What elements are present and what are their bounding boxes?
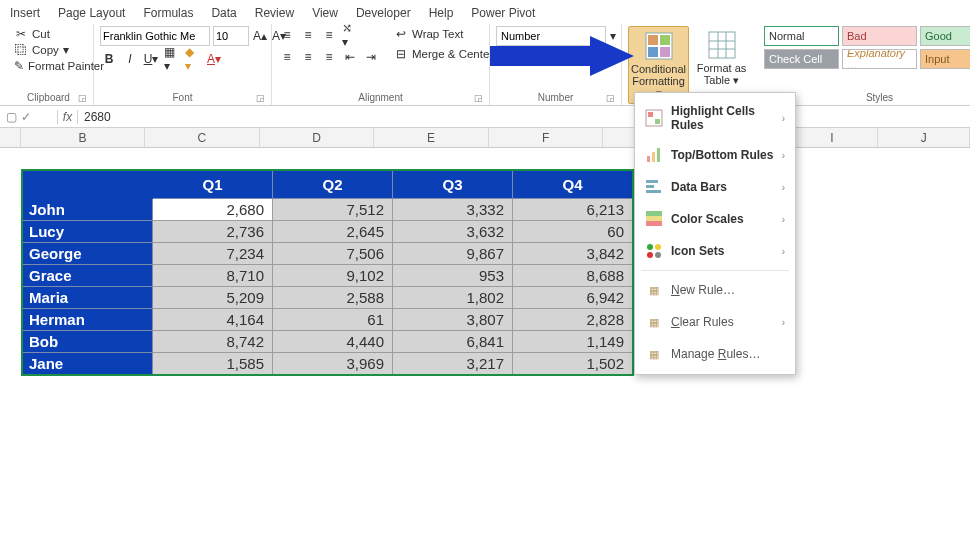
row-name[interactable]: Lucy (23, 221, 153, 243)
q1-header[interactable]: Q1 (153, 171, 273, 199)
cell[interactable]: 8,710 (153, 265, 273, 287)
font-name-select[interactable] (100, 26, 210, 46)
cell[interactable]: 3,332 (393, 199, 513, 221)
tab-help[interactable]: Help (427, 4, 456, 22)
bold-button[interactable]: B (100, 50, 118, 68)
cell[interactable]: 6,213 (513, 199, 633, 221)
cf-color-scales[interactable]: Color Scales › (635, 203, 795, 235)
align-bottom-button[interactable]: ≡ (320, 26, 338, 44)
cf-top-bottom-rules[interactable]: Top/Bottom Rules › (635, 139, 795, 171)
q3-header[interactable]: Q3 (393, 171, 513, 199)
tab-page-layout[interactable]: Page Layout (56, 4, 127, 22)
cf-highlight-cells-rules[interactable]: Highlight Cells Rules › (635, 97, 795, 139)
cf-clear-rules[interactable]: ▦ Clear Rules › (635, 306, 795, 338)
row-name[interactable]: John (23, 199, 153, 221)
style-bad[interactable]: Bad (842, 26, 917, 46)
dialog-launcher-icon[interactable]: ◲ (474, 93, 483, 103)
row-name[interactable]: Maria (23, 287, 153, 309)
cell[interactable]: 4,164 (153, 309, 273, 331)
cell[interactable]: 8,742 (153, 331, 273, 353)
borders-button[interactable]: ▦ ▾ (163, 50, 181, 68)
cell[interactable]: 7,512 (273, 199, 393, 221)
font-color-button[interactable]: A ▾ (205, 50, 223, 68)
style-good[interactable]: Good (920, 26, 970, 46)
dialog-launcher-icon[interactable]: ◲ (256, 93, 265, 103)
cell[interactable]: 5,209 (153, 287, 273, 309)
tab-power-pivot[interactable]: Power Pivot (469, 4, 537, 22)
cell[interactable]: 2,645 (273, 221, 393, 243)
align-top-button[interactable]: ≡ (278, 26, 296, 44)
cf-data-bars[interactable]: Data Bars › (635, 171, 795, 203)
align-left-button[interactable]: ≡ (278, 48, 296, 66)
format-painter-button[interactable]: ✎Format Painter (10, 58, 87, 74)
q2-header[interactable]: Q2 (273, 171, 393, 199)
cell[interactable]: 8,688 (513, 265, 633, 287)
style-check-cell[interactable]: Check Cell (764, 49, 839, 69)
blank-header[interactable] (23, 171, 153, 199)
cell[interactable]: 60 (513, 221, 633, 243)
decrease-indent-button[interactable]: ⇤ (341, 48, 359, 66)
row-name[interactable]: Grace (23, 265, 153, 287)
cell[interactable]: 3,632 (393, 221, 513, 243)
cell[interactable]: 7,506 (273, 243, 393, 265)
worksheet[interactable]: Q1 Q2 Q3 Q4 John2,6807,5123,3326,213Lucy… (22, 170, 633, 375)
copy-button[interactable]: ⿻Copy ▾ (10, 42, 87, 58)
tab-formulas[interactable]: Formulas (141, 4, 195, 22)
align-right-button[interactable]: ≡ (320, 48, 338, 66)
cf-manage-rules[interactable]: ▦ Manage Rules… (635, 338, 795, 370)
cell[interactable]: 953 (393, 265, 513, 287)
cell[interactable]: 9,867 (393, 243, 513, 265)
col-C[interactable]: C (145, 128, 260, 147)
cell[interactable]: 7,234 (153, 243, 273, 265)
dialog-launcher-icon[interactable]: ◲ (78, 93, 87, 103)
cell[interactable]: 2,828 (513, 309, 633, 331)
style-input[interactable]: Input (920, 49, 970, 69)
italic-button[interactable]: I (121, 50, 139, 68)
cell[interactable]: 2,680 (153, 199, 273, 221)
name-box[interactable]: ▢✓ (0, 110, 58, 124)
cell[interactable]: 6,942 (513, 287, 633, 309)
grow-font-button[interactable]: A▴ (252, 27, 268, 45)
cell[interactable]: 3,969 (273, 353, 393, 375)
q4-header[interactable]: Q4 (513, 171, 633, 199)
col-B[interactable]: B (21, 128, 145, 147)
cell[interactable]: 1,502 (513, 353, 633, 375)
fx-icon[interactable]: fx (58, 110, 78, 124)
row-name[interactable]: George (23, 243, 153, 265)
cell[interactable]: 3,842 (513, 243, 633, 265)
number-format-chevron-icon[interactable]: ▾ (609, 27, 617, 45)
align-center-button[interactable]: ≡ (299, 48, 317, 66)
style-explanatory[interactable]: Explanatory … (842, 49, 917, 69)
tab-review[interactable]: Review (253, 4, 296, 22)
formula-input[interactable]: 2680 (78, 110, 970, 124)
tab-data[interactable]: Data (209, 4, 238, 22)
cell[interactable]: 1,585 (153, 353, 273, 375)
cf-new-rule[interactable]: ▦ New Rule… (635, 274, 795, 306)
tab-insert[interactable]: Insert (8, 4, 42, 22)
cell[interactable]: 9,102 (273, 265, 393, 287)
style-normal[interactable]: Normal (764, 26, 839, 46)
format-as-table-button[interactable]: Format as Table ▾ (691, 26, 752, 90)
number-format-select[interactable] (496, 26, 606, 46)
col-D[interactable]: D (260, 128, 375, 147)
cf-icon-sets[interactable]: Icon Sets › (635, 235, 795, 267)
cell[interactable]: 1,802 (393, 287, 513, 309)
tab-view[interactable]: View (310, 4, 340, 22)
align-middle-button[interactable]: ≡ (299, 26, 317, 44)
fill-color-button[interactable]: ◆ ▾ (184, 50, 202, 68)
cell[interactable]: 1,149 (513, 331, 633, 353)
col-I[interactable]: I (787, 128, 879, 147)
dialog-launcher-icon[interactable]: ◲ (606, 93, 615, 103)
cut-button[interactable]: ✂Cut (10, 26, 87, 42)
orientation-button[interactable]: ⤭ ▾ (341, 26, 359, 44)
col-J[interactable]: J (878, 128, 970, 147)
cell[interactable]: 3,217 (393, 353, 513, 375)
cell[interactable]: 61 (273, 309, 393, 331)
underline-button[interactable]: U ▾ (142, 50, 160, 68)
font-size-select[interactable] (213, 26, 249, 46)
col-E[interactable]: E (374, 128, 489, 147)
row-name[interactable]: Bob (23, 331, 153, 353)
cell[interactable]: 6,841 (393, 331, 513, 353)
increase-indent-button[interactable]: ⇥ (362, 48, 380, 66)
row-name[interactable]: Jane (23, 353, 153, 375)
